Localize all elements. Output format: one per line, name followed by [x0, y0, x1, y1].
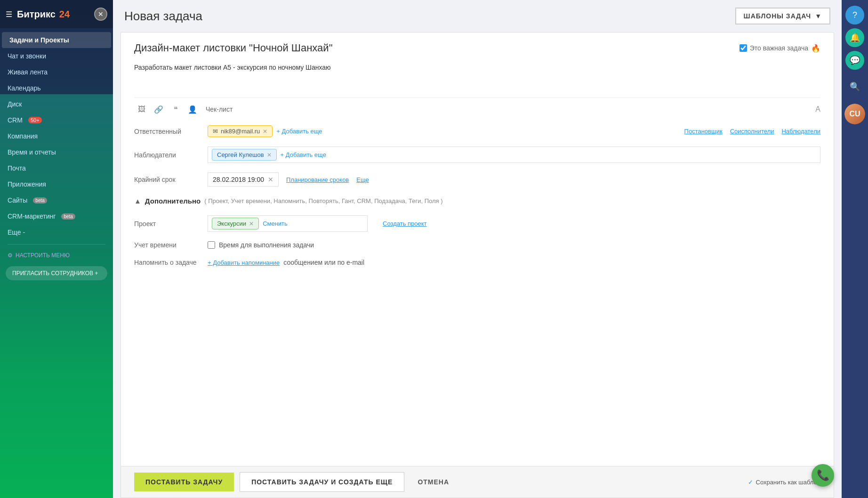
sidebar-item-company[interactable]: Компания — [0, 128, 113, 144]
task-title-input[interactable] — [134, 42, 739, 54]
sidebar-item-label: Задачи и Проекты — [9, 36, 69, 44]
remove-project-button[interactable]: ✕ — [249, 220, 254, 227]
responsible-value: nik89@mail.ru — [221, 128, 260, 135]
submit-task-button[interactable]: ПОСТАВИТЬ ЗАДАЧУ — [134, 473, 234, 491]
image-icon[interactable]: 🖼 — [134, 102, 149, 117]
user-icon[interactable]: 👤 — [185, 102, 200, 117]
cancel-button[interactable]: ОТМЕНА — [410, 473, 457, 491]
sidebar-item-label: Время и отчеты — [8, 148, 56, 156]
project-field: Экскурсии ✕ Сменить — [208, 215, 368, 232]
deadline-row: Крайний срок 28.02.2018 19:00 ✕ Планиров… — [134, 168, 820, 191]
create-project-button[interactable]: Создать проект — [383, 220, 427, 227]
submit-and-create-button[interactable]: ПОСТАВИТЬ ЗАДАЧУ И СОЗДАТЬ ЕЩЕ — [240, 472, 404, 492]
time-tracking-checkbox[interactable] — [208, 241, 215, 249]
sidebar-item-sites[interactable]: Сайты beta — [0, 192, 113, 208]
project-label: Проект — [134, 220, 200, 228]
task-form: Это важная задача 🔥 Разработать макет ли… — [121, 32, 834, 498]
templates-button[interactable]: ШАБЛОНЫ ЗАДАЧ ▼ — [735, 8, 830, 24]
sidebar-item-crm[interactable]: CRM 50+ — [0, 112, 113, 128]
tab-observers[interactable]: Наблюдатели — [781, 128, 820, 135]
observer-tag: Сергей Кулешов ✕ — [212, 149, 277, 161]
crm-badge: 50+ — [28, 117, 42, 123]
sidebar-item-apps[interactable]: Приложения — [0, 176, 113, 192]
assignee-tabs: Постановщик Соисполнители Наблюдатели — [684, 128, 820, 135]
add-observer-button[interactable]: + Добавить еще — [281, 151, 326, 158]
responsible-label: Ответственный — [134, 128, 200, 135]
sidebar-item-crm-marketing[interactable]: CRM-маркетинг beta — [0, 208, 113, 224]
description-input[interactable]: Разработать макет листовки А5 - экскурси… — [134, 60, 820, 98]
invite-staff-button[interactable]: ПРИГЛАСИТЬ СОТРУДНИКОВ + — [6, 266, 107, 280]
project-tag: Экскурсии ✕ — [212, 218, 259, 229]
format-a-icon[interactable]: A — [815, 105, 820, 114]
logo-text: Битрикс — [17, 9, 56, 20]
sidebar-item-label: Почта — [8, 164, 26, 172]
chat-icon: 💬 — [850, 55, 860, 65]
topbar: Новая задача ШАБЛОНЫ ЗАДАЧ ▼ — [113, 0, 842, 32]
phone-button[interactable]: 📞 — [812, 464, 834, 487]
notifications-button[interactable]: 🔔 — [845, 28, 864, 47]
sidebar-item-label: Приложения — [8, 180, 46, 188]
page-title: Новая задача — [124, 9, 202, 24]
main-content: Новая задача ШАБЛОНЫ ЗАДАЧ ▼ Это важная … — [113, 0, 842, 498]
sidebar-item-calendar[interactable]: Календарь — [0, 80, 113, 96]
deadline-field: 28.02.2018 19:00 ✕ Планирование сроков Е… — [208, 172, 820, 187]
responsible-field: ✉ nik89@mail.ru ✕ + Добавить еще — [208, 125, 671, 137]
planning-link[interactable]: Планирование сроков — [286, 176, 349, 183]
hamburger-icon[interactable]: ☰ — [6, 10, 12, 19]
sidebar-item-label: Диск — [8, 100, 22, 108]
sidebar-item-chat[interactable]: Чат и звонки — [0, 48, 113, 64]
avatar-image: CU — [844, 104, 865, 124]
sidebar-item-time[interactable]: Время и отчеты — [0, 144, 113, 160]
fire-icon: 🔥 — [811, 44, 820, 53]
more-link[interactable]: Еще — [356, 176, 369, 183]
change-project-button[interactable]: Сменить — [263, 220, 288, 227]
sidebar-item-more[interactable]: Еще - — [0, 224, 113, 240]
search-button[interactable]: 🔍 — [845, 77, 864, 96]
observers-label: Наблюдатели — [134, 151, 200, 159]
sidebar-item-label: Компания — [8, 132, 38, 140]
sidebar-item-label: CRM — [8, 116, 23, 124]
sidebar-item-mail[interactable]: Почта — [0, 160, 113, 176]
additional-header[interactable]: ▲ Дополнительно ( Проект, Учет времени, … — [134, 197, 820, 205]
tab-coexecutors[interactable]: Соисполнители — [730, 128, 774, 135]
additional-sub: ( Проект, Учет времени, Напомнить, Повто… — [204, 197, 442, 204]
sidebar: ☰ Битрикс 24 ✕ Задачи и Проекты Чат и зв… — [0, 0, 113, 498]
add-reminder-button[interactable]: + Добавить напоминание — [208, 259, 280, 266]
date-input[interactable]: 28.02.2018 19:00 ✕ — [208, 172, 279, 187]
remind-field: + Добавить напоминание сообщением или по… — [208, 259, 820, 266]
help-button[interactable]: ? — [845, 6, 864, 24]
observers-row: Наблюдатели Сергей Кулешов ✕ + Добавить … — [134, 142, 820, 168]
settings-menu-item[interactable]: ⚙ НАСТРОИТЬ МЕНЮ — [0, 248, 113, 262]
checklist-button[interactable]: Чек-лист — [202, 104, 236, 115]
quote-icon[interactable]: ❝ — [168, 102, 183, 117]
important-task-row: Это важная задача 🔥 — [739, 44, 820, 53]
add-responsible-button[interactable]: + Добавить еще — [276, 128, 322, 135]
reminder-text: сообщением или по e-mail — [283, 259, 364, 266]
sidebar-item-tasks[interactable]: Задачи и Проекты — [2, 32, 111, 48]
time-tracking-text: Время для выполнения задачи — [219, 241, 314, 249]
sidebar-item-label: Еще - — [8, 229, 25, 236]
project-row: Проект Экскурсии ✕ Сменить Создать проек… — [134, 211, 820, 237]
user-avatar[interactable]: CU — [844, 104, 865, 124]
logo-24: 24 — [59, 9, 70, 20]
additional-section: ▲ Дополнительно ( Проект, Учет времени, … — [134, 191, 820, 277]
form-footer: ПОСТАВИТЬ ЗАДАЧУ ПОСТАВИТЬ ЗАДАЧУ И СОЗД… — [121, 466, 834, 498]
collapse-icon: ▲ — [134, 197, 141, 205]
check-icon: ✓ — [748, 479, 753, 486]
crm-marketing-badge: beta — [61, 213, 75, 220]
remove-observer-button[interactable]: ✕ — [267, 152, 272, 158]
close-sidebar-button[interactable]: ✕ — [94, 8, 107, 21]
important-checkbox[interactable] — [739, 44, 747, 52]
sidebar-item-label: Живая лента — [8, 68, 48, 76]
tab-poster[interactable]: Постановщик — [684, 128, 723, 135]
settings-icon: ⚙ — [8, 252, 13, 259]
search-icon: 🔍 — [850, 82, 860, 92]
chat-button[interactable]: 💬 — [845, 51, 864, 70]
link-icon[interactable]: 🔗 — [151, 102, 166, 117]
save-template-label: Сохранить как шаблон — [756, 479, 820, 486]
sidebar-item-disk[interactable]: Диск — [0, 96, 113, 112]
important-label: Это важная задача — [750, 44, 808, 52]
clear-date-button[interactable]: ✕ — [268, 176, 273, 183]
sidebar-item-feed[interactable]: Живая лента — [0, 64, 113, 80]
remove-responsible-button[interactable]: ✕ — [263, 128, 267, 135]
